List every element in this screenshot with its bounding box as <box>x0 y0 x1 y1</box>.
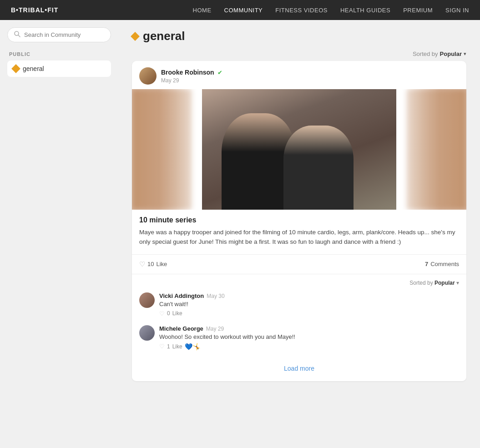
post-author-info: Brooke Robinson ✔ May 29 <box>161 68 222 84</box>
page-layout: PUBLIC general general Sorted by Popular… <box>0 20 480 448</box>
comments-container: Sorted by Popular ▾ Vicki Addington May … <box>132 274 466 381</box>
like-button[interactable]: ♡ 10 Like <box>139 260 167 268</box>
main-content: general Sorted by Popular ▾ Brooke Robin… <box>118 20 480 448</box>
comment-like-1[interactable]: ♡ 0 Like <box>159 310 225 317</box>
avatar <box>139 67 157 85</box>
sort-label: Sorted by <box>413 50 438 57</box>
image-blur-right <box>406 89 466 210</box>
search-box[interactable] <box>7 27 111 42</box>
image-inner <box>202 89 396 210</box>
comment-date-1: May 30 <box>207 293 224 299</box>
comment-heart-icon-2: ♡ <box>159 343 165 350</box>
sidebar-item-general[interactable]: general <box>7 60 111 77</box>
post-body: 10 minute series Maye was a happy troope… <box>132 210 466 254</box>
svg-line-1 <box>18 35 20 37</box>
comments-sort-value[interactable]: Popular <box>435 280 455 286</box>
header: B•TRIBAL•FIT HOME COMMUNITY FITNESS VIDE… <box>0 0 480 20</box>
comments-label: Comments <box>430 261 459 267</box>
diamond-icon <box>11 64 20 73</box>
comment-like-label-2: Like <box>172 343 182 350</box>
comment-emoji-2: 💙🤸 <box>185 343 200 350</box>
search-icon <box>14 31 20 39</box>
nav-premium[interactable]: PREMIUM <box>403 7 433 14</box>
nav-health-guides[interactable]: HEALTH GUIDES <box>340 7 390 14</box>
comment-content-1: Vicki Addington May 30 Can't wait!! ♡ 0 … <box>159 292 225 317</box>
comments-count: 7 <box>425 261 428 267</box>
like-label: Like <box>156 261 167 267</box>
post-footer: ♡ 10 Like 7 Comments <box>132 254 466 274</box>
post-image <box>132 89 466 210</box>
comment-like-label-1: Like <box>172 310 182 317</box>
logo: B•TRIBAL•FIT <box>11 6 58 14</box>
sort-arrow-icon[interactable]: ▾ <box>464 51 466 57</box>
search-input[interactable] <box>24 31 104 38</box>
sidebar: PUBLIC general <box>0 20 118 448</box>
comment-author-2: Michele George <box>159 325 203 332</box>
image-blur-left <box>132 89 192 210</box>
comment-text-1: Can't wait!! <box>159 301 225 307</box>
channel-diamond-icon <box>131 32 140 41</box>
post-header: Brooke Robinson ✔ May 29 <box>132 61 466 89</box>
comments-sort-label: Sorted by <box>409 280 433 286</box>
page-title-row: general <box>132 29 466 43</box>
comment-meta-1: Vicki Addington May 30 <box>159 292 225 299</box>
comment-like-2[interactable]: ♡ 1 Like 💙🤸 <box>159 343 295 350</box>
nav-fitness-videos[interactable]: FITNESS VIDEOS <box>275 7 328 14</box>
comments-sort-row: Sorted by Popular ▾ <box>139 280 459 286</box>
post-title: 10 minute series <box>139 216 459 224</box>
sort-value[interactable]: Popular <box>440 50 462 57</box>
comment-likes-1: 0 <box>167 310 170 317</box>
sidebar-section-label: PUBLIC <box>7 51 111 57</box>
post-author-name: Brooke Robinson <box>161 69 214 76</box>
main-nav: HOME COMMUNITY FITNESS VIDEOS HEALTH GUI… <box>193 7 469 14</box>
nav-sign-in[interactable]: SIGN IN <box>445 7 469 14</box>
load-more-button[interactable]: Load more <box>139 358 459 376</box>
comment-avatar-1 <box>139 292 155 308</box>
post-date: May 29 <box>161 77 222 84</box>
comment-heart-icon-1: ♡ <box>159 310 165 317</box>
comments-button[interactable]: 7 Comments <box>425 261 459 267</box>
post-text: Maye was a happy trooper and joined for … <box>139 228 459 247</box>
comment-item: Vicki Addington May 30 Can't wait!! ♡ 0 … <box>139 292 459 317</box>
nav-community[interactable]: COMMUNITY <box>224 7 263 14</box>
post-author-row: Brooke Robinson ✔ <box>161 68 222 76</box>
page-title: general <box>143 29 185 43</box>
comments-sort-arrow-icon[interactable]: ▾ <box>456 280 459 286</box>
comment-avatar-2 <box>139 325 155 341</box>
comment-content-2: Michele George May 29 Woohoo! So excited… <box>159 325 295 350</box>
comment-item-2: Michele George May 29 Woohoo! So excited… <box>139 325 459 350</box>
comment-author-1: Vicki Addington <box>159 292 204 299</box>
heart-icon: ♡ <box>139 260 145 268</box>
sort-row: Sorted by Popular ▾ <box>132 50 466 57</box>
comment-text-2: Woohoo! So excited to workout with you a… <box>159 333 295 340</box>
nav-home[interactable]: HOME <box>193 7 212 14</box>
post-card: Brooke Robinson ✔ May 29 10 minute serie… <box>132 61 466 381</box>
verified-icon: ✔ <box>217 69 222 76</box>
comment-meta-2: Michele George May 29 <box>159 325 295 332</box>
comment-date-2: May 29 <box>206 326 224 332</box>
comment-likes-2: 1 <box>167 343 170 350</box>
sidebar-channel-label: general <box>23 65 44 72</box>
likes-count: 10 <box>147 261 154 267</box>
